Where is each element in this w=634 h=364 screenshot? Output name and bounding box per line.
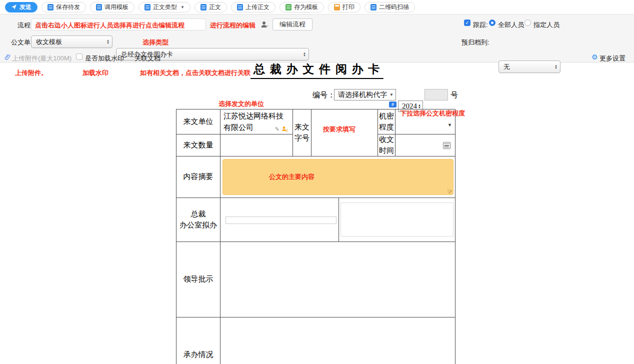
office-label: 总裁 办公室拟办 [176, 198, 220, 242]
send-button[interactable]: 发送 [5, 2, 38, 12]
org-code-select[interactable]: 请选择机构代字 ▼ [334, 89, 396, 100]
track-label: 跟踪: [473, 20, 488, 30]
person-select-icon[interactable] [260, 20, 268, 28]
number-input[interactable] [424, 89, 448, 100]
card-type-annotation: 选择类型 [142, 38, 168, 47]
use-template-button[interactable]: 调用模板 [90, 2, 134, 12]
office-left-cell [220, 198, 339, 242]
upload-attachment-link[interactable]: 上传附件(最大100M) [12, 54, 72, 63]
save-as-template-button[interactable]: 存为模板 [280, 2, 324, 12]
template-select[interactable]: 收文模板 ▲▼ [31, 36, 112, 48]
document-title: 总 裁 办 文 件 阅 办 卡 [250, 62, 384, 79]
document-icon [144, 4, 150, 10]
from-count-cell[interactable] [220, 134, 293, 156]
unit-annotation: 选择发文的单位 [218, 100, 264, 108]
upload-body-button[interactable]: 上传正文 [231, 2, 276, 12]
handle-label: 承办情况 [176, 318, 220, 364]
edit-pencil-icon[interactable]: ✎ [275, 125, 280, 134]
watermark-checkbox[interactable] [76, 54, 82, 60]
chevron-down-icon: ▼ [448, 122, 452, 128]
from-no-annotation: 按要求填写 [323, 124, 362, 134]
floppy-icon [48, 4, 54, 10]
gear-icon[interactable]: ⚙ [592, 53, 598, 61]
track-assigned-radio[interactable] [524, 20, 531, 26]
office-textarea[interactable] [340, 202, 454, 236]
handle-cell[interactable] [220, 318, 456, 364]
number-suffix: 号 [450, 90, 458, 100]
number-edit-icon[interactable]: # [389, 102, 396, 108]
calendar-icon[interactable] [443, 142, 450, 149]
receive-time-label: 收文时间 [378, 134, 396, 156]
docform-label: 公文单: [11, 38, 32, 47]
watermark-label: 是否加载水印 [85, 54, 124, 63]
summary-textarea[interactable]: 公文的主要内容 [222, 159, 454, 195]
process-annotation-2: 进行流程的编辑 [210, 21, 256, 30]
edit-process-button[interactable]: 编辑流程 [272, 18, 312, 30]
summary-cell: 公文的主要内容 [220, 156, 456, 198]
track-checkbox[interactable]: ✓ [464, 20, 470, 26]
prearchive-label: 预归档到: [462, 38, 490, 47]
chevron-down-icon: ▼ [180, 5, 184, 10]
receive-time-cell[interactable] [396, 134, 456, 156]
secrecy-label: 机密程度 [378, 110, 396, 134]
spinner-arrows-icon: ▲▼ [418, 104, 421, 109]
secrecy-annotation: 下拉选择公文机密程度 [400, 109, 465, 118]
hint-related: 如有相关文档，点击关联文档进行关联 [140, 68, 250, 78]
settings-panel: 流程: 点击右边小人图标进行人员选择再进行点击编辑流程 进行流程的编辑 编辑流程… [0, 14, 634, 62]
leader-label: 领导批示 [176, 242, 220, 318]
track-all-label: 全部人员 [498, 20, 524, 30]
save-template-icon [286, 4, 292, 10]
document-icon [96, 4, 102, 10]
paper-plane-icon [11, 4, 17, 10]
number-label: 编号： [312, 90, 335, 100]
select-spinner-icon: ▲▼ [106, 40, 110, 44]
body-type-button[interactable]: 正文类型 ▼ [138, 2, 190, 12]
print-button[interactable]: 打印 [328, 2, 360, 12]
select-spinner-icon: ▲▼ [554, 64, 558, 70]
qr-code-icon [370, 4, 376, 10]
hint-upload: 上传附件。 [15, 68, 48, 78]
body-button[interactable]: 正文 [194, 2, 227, 12]
process-label: 流程: [18, 21, 32, 30]
paperclip-icon[interactable] [4, 54, 10, 61]
chevron-down-icon: ▼ [390, 92, 394, 97]
related-doc-link[interactable]: 关联文档 [134, 54, 160, 63]
org-person-icon[interactable] [281, 126, 288, 133]
save-pending-button[interactable]: 保存待发 [42, 2, 86, 12]
from-unit-label: 来文单位 [176, 110, 220, 134]
from-count-label: 来文数量 [176, 134, 220, 156]
document-table: 来文单位 江苏悦达网络科技有限公司 ✎ 来文字号 按要求填写 机密程度 ▼ 来文… [176, 109, 456, 364]
printer-icon [334, 4, 340, 10]
resize-grip-icon[interactable] [448, 189, 452, 194]
process-annotation-1: 点击右边小人图标进行人员选择再进行点击编辑流程 [35, 21, 184, 30]
office-input[interactable] [226, 216, 336, 224]
toolbar: 发送 保存待发 调用模板 正文类型 ▼ 正文 上传正文 存为模板 打印 二维码扫… [0, 0, 634, 14]
from-no-cell[interactable]: 按要求填写 [312, 110, 378, 156]
from-no-label: 来文字号 [293, 110, 312, 156]
track-assigned-label: 指定人员 [534, 20, 560, 30]
track-all-radio[interactable] [489, 20, 496, 26]
upload-document-icon [237, 4, 243, 10]
hint-watermark: 加载水印 [82, 68, 108, 78]
document-icon [200, 4, 206, 10]
summary-label: 内容摘要 [176, 156, 220, 198]
qr-scan-button[interactable]: 二维码扫描 [364, 2, 415, 12]
from-unit-cell[interactable]: 江苏悦达网络科技有限公司 ✎ [220, 110, 293, 134]
select-spinner-icon: ▲▼ [303, 52, 306, 57]
more-settings-link[interactable]: 更多设置 [600, 54, 626, 63]
send-label: 发送 [20, 3, 32, 12]
leader-cell[interactable] [220, 242, 456, 318]
office-right-cell [339, 198, 456, 242]
prearchive-select[interactable]: 无 ▲▼ [498, 60, 560, 73]
summary-annotation: 公文的主要内容 [269, 172, 314, 182]
